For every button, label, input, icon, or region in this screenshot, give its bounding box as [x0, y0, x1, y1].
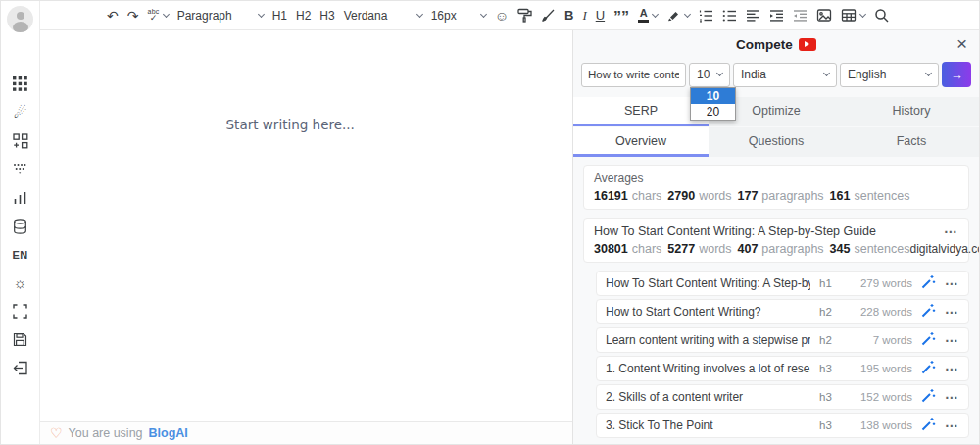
count-option-20[interactable]: 20	[691, 104, 735, 120]
search-button[interactable]	[874, 8, 889, 23]
result-count-select[interactable]: 10	[689, 63, 730, 87]
align-button[interactable]	[746, 9, 760, 23]
averages-stats: 16191chars 2790words 177paragraphs	[594, 189, 958, 203]
more-options-icon[interactable]: ⋯	[944, 224, 958, 238]
highlight-color-button[interactable]	[666, 8, 690, 23]
more-options-icon[interactable]: ⋯	[945, 305, 959, 319]
heart-icon: ♡	[50, 426, 63, 440]
bold-button[interactable]: B	[564, 8, 573, 23]
heading-tag: h2	[819, 306, 839, 318]
competitor-domain[interactable]: digitalvidya.com	[909, 242, 979, 256]
heading-row[interactable]: How To Start Content Writing: A Step-by-…	[596, 271, 969, 296]
h3-button[interactable]: H3	[319, 9, 334, 23]
theme-sun-icon[interactable]: ☼	[12, 274, 29, 291]
magic-wand-icon[interactable]	[921, 303, 936, 321]
heading-words: 138 words	[848, 420, 912, 431]
blockquote-button[interactable]: ””	[613, 15, 629, 21]
count-option-10[interactable]: 10	[691, 88, 735, 104]
add-blocks-icon[interactable]	[12, 132, 29, 149]
stat-item: 177paragraphs	[738, 189, 824, 203]
more-options-icon[interactable]: ⋯	[945, 276, 959, 290]
youtube-icon[interactable]	[799, 38, 816, 51]
text-color-button[interactable]: A	[638, 8, 658, 23]
editor-canvas[interactable]: Start writing here...	[40, 30, 572, 421]
stat-item: 16191chars	[594, 189, 662, 203]
more-options-icon[interactable]: ⋯	[945, 333, 959, 347]
chevron-down-icon	[925, 70, 932, 76]
undo-button[interactable]: ↶	[107, 9, 119, 23]
emoji-button[interactable]: ☺	[495, 9, 509, 23]
comet-icon[interactable]: ☄	[12, 104, 29, 121]
subtab-facts[interactable]: Facts	[844, 127, 979, 157]
tab-serp[interactable]: SERP	[573, 97, 709, 126]
app-window: ☄	[0, 0, 980, 445]
user-avatar[interactable]	[7, 6, 33, 32]
italic-button[interactable]: I	[582, 8, 586, 24]
brush-button[interactable]	[541, 8, 556, 23]
redo-button[interactable]: ↷	[127, 9, 139, 23]
subtab-overview[interactable]: Overview	[573, 127, 709, 157]
heading-row[interactable]: 2. Skills of a content writer h3 152 wor…	[596, 384, 969, 410]
apps-grid-icon[interactable]	[12, 75, 29, 92]
bullet-list-button[interactable]	[722, 9, 737, 23]
insert-table-button[interactable]	[841, 8, 865, 23]
stat-item: 407paragraphs	[738, 242, 824, 256]
language-select[interactable]: English	[840, 63, 939, 87]
country-select[interactable]: India	[733, 63, 837, 87]
h2-button[interactable]: H2	[296, 9, 311, 23]
language-toggle[interactable]: EN	[12, 246, 29, 263]
magic-wand-icon[interactable]	[921, 388, 936, 407]
fullscreen-icon[interactable]	[12, 303, 29, 320]
heading-row[interactable]: 1. Content Writing involves a lot of res…	[596, 356, 969, 381]
editor-placeholder: Start writing here...	[226, 117, 355, 132]
font-size-dropdown[interactable]: 16px	[431, 9, 486, 23]
analytics-bars-icon[interactable]	[12, 189, 29, 206]
compete-tabs: SERP Optimize History	[573, 97, 979, 126]
outdent-button[interactable]	[793, 9, 808, 23]
heading-row[interactable]: 3. Stick To The Point h3 138 words	[596, 413, 969, 438]
subtab-questions[interactable]: Questions	[709, 127, 844, 157]
insert-image-button[interactable]	[816, 8, 832, 23]
magic-wand-icon[interactable]	[921, 331, 936, 350]
spellcheck-button[interactable]: abc✓	[147, 8, 168, 23]
brand-link[interactable]: BlogAI	[149, 426, 188, 440]
chevron-down-icon	[258, 10, 265, 17]
font-family-dropdown[interactable]: Verdana	[344, 9, 422, 23]
tab-history[interactable]: History	[844, 97, 979, 126]
heading-title: 2. Skills of a content writer	[606, 390, 810, 404]
exit-import-icon[interactable]	[12, 360, 29, 376]
close-icon[interactable]: ×	[956, 31, 967, 57]
competitor-title: How To Start Content Writing: A Step-by-…	[594, 224, 876, 238]
stat-item: 5277words	[667, 242, 731, 256]
more-options-icon[interactable]: ⋯	[945, 390, 959, 404]
stat-item: 161sentences	[830, 189, 910, 203]
competitor-card: How To Start Content Writing: A Step-by-…	[583, 218, 969, 263]
magic-wand-icon[interactable]	[921, 360, 936, 378]
chevron-down-icon	[416, 10, 423, 17]
headings-list: How To Start Content Writing: A Step-by-…	[596, 271, 969, 438]
heading-row[interactable]: How to Start Content Writing? h2 228 wor…	[596, 299, 969, 324]
serp-subtabs: Overview Questions Facts	[573, 127, 979, 157]
h1-button[interactable]: H1	[272, 9, 287, 23]
serp-overview-body: Averages 16191chars 2790words	[573, 157, 979, 444]
more-options-icon[interactable]: ⋯	[945, 419, 959, 432]
more-options-icon[interactable]: ⋯	[945, 362, 959, 375]
magic-wand-icon[interactable]	[921, 274, 936, 293]
database-icon[interactable]	[12, 218, 29, 234]
save-icon[interactable]	[12, 331, 29, 348]
heading-tag: h3	[819, 420, 839, 431]
editor-footer: ♡ You are using BlogAI	[40, 421, 572, 444]
heading-row[interactable]: Learn content writing with a stepwise pr…	[596, 327, 969, 353]
magic-wand-icon[interactable]	[921, 417, 936, 435]
underline-button[interactable]: U	[596, 8, 605, 23]
editor-pane[interactable]: Start writing here... ♡ You are using Bl…	[40, 30, 573, 444]
indent-button[interactable]	[769, 9, 784, 23]
dots-keyboard-icon[interactable]	[12, 161, 29, 177]
keyword-input[interactable]	[581, 63, 686, 87]
ordered-list-button[interactable]	[699, 9, 713, 23]
block-format-dropdown[interactable]: Paragraph	[177, 9, 264, 23]
compete-submit-button[interactable]: →	[942, 62, 971, 87]
stat-item: 30801chars	[594, 242, 662, 256]
format-painter-button[interactable]	[517, 8, 532, 23]
heading-words: 152 words	[848, 391, 912, 403]
